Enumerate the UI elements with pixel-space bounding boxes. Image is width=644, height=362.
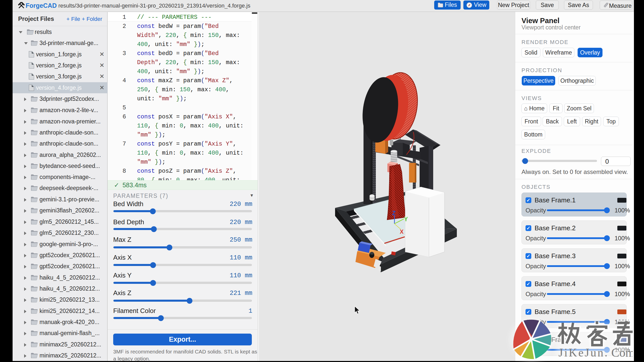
svg-text:Com: Com [611, 346, 633, 359]
svg-text:JiKeJun.: JiKeJun. [558, 346, 609, 359]
svg-text:Y: Y [404, 216, 408, 222]
svg-text:X: X [400, 229, 404, 235]
svg-text:Z: Z [392, 210, 396, 216]
